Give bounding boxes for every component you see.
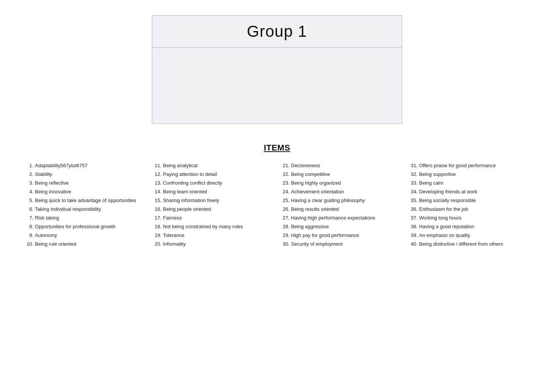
list-item: 5.Being quick to take advantage of oppor… — [23, 196, 147, 205]
item-number: 1. — [25, 163, 33, 168]
item-number: 32. — [409, 171, 418, 177]
item-number: 37. — [409, 215, 418, 221]
list-item: 14.Being team oriented — [151, 187, 275, 196]
page-container: Group 1 ITEMS 1.Adaptability567ytut67571… — [0, 0, 554, 392]
item-label: Having high performance expectations — [291, 215, 375, 221]
item-label: Opportunities for professional growth — [35, 224, 115, 229]
item-number: 33. — [409, 180, 418, 186]
item-number: 9. — [25, 232, 33, 238]
item-number: 2. — [25, 171, 33, 177]
list-item: 24.Achievement orientation — [279, 187, 403, 196]
item-number: 4. — [25, 189, 33, 194]
item-number: 25. — [281, 198, 290, 203]
item-number: 19. — [153, 232, 162, 238]
list-item: 21.Decisiveness — [279, 161, 403, 170]
list-item: 31.Offers praise for good performance — [407, 161, 532, 170]
item-number: 21. — [281, 163, 290, 168]
item-label: Being results oriented — [291, 206, 339, 212]
item-number: 40. — [409, 241, 418, 247]
item-number: 3. — [25, 180, 33, 186]
list-item: 13.Confronting conflict directly — [151, 179, 275, 187]
item-label: Not being constrained by many rules — [163, 224, 243, 229]
list-item: 17.Fairness — [151, 213, 275, 222]
item-number: 23. — [281, 180, 290, 186]
item-number: 34. — [409, 189, 418, 194]
item-label: Offers praise for good performance — [419, 163, 496, 168]
item-label: Taking individual responsibility — [35, 206, 101, 212]
item-number: 27. — [281, 215, 290, 221]
list-item: 22.Being competitive — [279, 170, 403, 179]
item-label: Having a good reputation — [419, 224, 474, 229]
list-item: 38.Having a good reputation — [407, 222, 532, 231]
item-label: Being competitive — [291, 171, 330, 177]
item-label: Tolerance — [163, 232, 184, 238]
list-item: 20.Informality — [151, 240, 275, 248]
item-number: 29. — [281, 232, 290, 238]
item-label: Being reflective — [35, 180, 69, 186]
item-number: 39. — [409, 232, 418, 238]
item-label: Risk taking — [35, 215, 59, 221]
item-number: 7. — [25, 215, 33, 221]
item-label: Decisiveness — [291, 163, 320, 168]
item-label: Fairness — [163, 215, 182, 221]
item-number: 30. — [281, 241, 290, 247]
item-number: 12. — [153, 171, 162, 177]
group-box: Group 1 — [152, 15, 402, 124]
list-item: 9.Autonomy — [23, 231, 147, 240]
item-label: Sharing information freely — [163, 198, 219, 203]
list-item: 15.Sharing information freely — [151, 196, 275, 205]
list-item: 6.Taking individual responsibility — [23, 205, 147, 213]
list-item: 37.Working long hours — [407, 213, 532, 222]
items-grid: 1.Adaptability567ytut675711.Being analyt… — [23, 161, 531, 248]
item-label: Having a clear guiding philosophy — [291, 198, 365, 203]
group-title: Group 1 — [247, 22, 307, 40]
item-label: Being rule oriented — [35, 241, 76, 247]
item-label: Being distinctive / different from other… — [419, 241, 503, 247]
item-number: 22. — [281, 171, 290, 177]
item-label: High pay for good performance — [291, 232, 359, 238]
item-label: Being calm — [419, 180, 444, 186]
item-label: Security of employment — [291, 241, 343, 247]
list-item: 33.Being calm — [407, 179, 532, 187]
item-number: 15. — [153, 198, 162, 203]
list-item: 11.Being analytical — [151, 161, 275, 170]
item-number: 20. — [153, 241, 162, 247]
list-item: 19.Tolerance — [151, 231, 275, 240]
item-number: 35. — [409, 198, 418, 203]
items-section: ITEMS 1.Adaptability567ytut675711.Being … — [23, 143, 531, 248]
list-item: 25.Having a clear guiding philosophy — [279, 196, 403, 205]
item-label: Being innovative — [35, 189, 71, 194]
item-number: 36. — [409, 206, 418, 212]
list-item: 30.Security of employment — [279, 240, 403, 248]
list-item: 10.Being rule oriented — [23, 240, 147, 248]
item-number: 24. — [281, 189, 290, 194]
item-number: 16. — [153, 206, 162, 212]
item-label: Being supportive — [419, 171, 456, 177]
item-number: 14. — [153, 189, 162, 194]
item-label: An emphasis on quality — [419, 232, 470, 238]
list-item: 39.An emphasis on quality — [407, 231, 532, 240]
list-item: 40.Being distinctive / different from ot… — [407, 240, 532, 248]
item-label: Working long hours — [419, 215, 462, 221]
list-item: 12.Paying attention to detail — [151, 170, 275, 179]
item-label: Being aggressive — [291, 224, 329, 229]
item-label: Being quick to take advantage of opportu… — [35, 198, 136, 203]
list-item: 23.Being highly organized — [279, 179, 403, 187]
item-number: 17. — [153, 215, 162, 221]
list-item: 8.Opportunities for professional growth — [23, 222, 147, 231]
item-number: 11. — [153, 163, 162, 168]
item-label: Achievement orientation — [291, 189, 344, 194]
item-number: 8. — [25, 224, 33, 229]
item-label: Being people oriented — [163, 206, 211, 212]
item-label: Developing friends at work — [419, 189, 477, 194]
list-item: 1.Adaptability567ytut6757 — [23, 161, 147, 170]
list-item: 29.High pay for good performance — [279, 231, 403, 240]
list-item: 32.Being supportive — [407, 170, 532, 179]
item-label: Being team oriented — [163, 189, 207, 194]
item-label: Paying attention to detail — [163, 171, 217, 177]
item-label: Autonomy — [35, 232, 57, 238]
list-item: 34.Developing friends at work — [407, 187, 532, 196]
item-number: 26. — [281, 206, 290, 212]
list-item: 36.Enthusiasm for the job — [407, 205, 532, 213]
item-number: 13. — [153, 180, 162, 186]
